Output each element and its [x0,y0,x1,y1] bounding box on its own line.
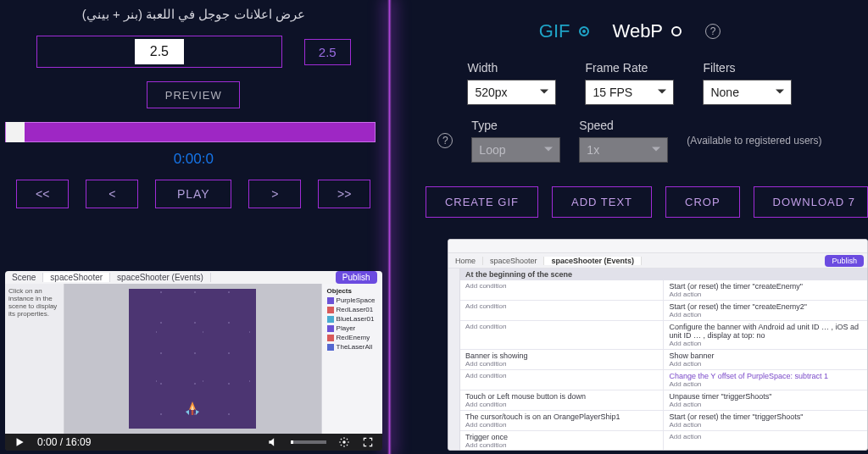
event-row[interactable]: Touch or Left mouse button is downAdd co… [460,390,867,411]
video-player[interactable]: Scene spaceShooter spaceShooter (Events)… [5,271,382,451]
width-label: Width [467,61,556,75]
event-row[interactable]: Trigger onceAdd conditionAdd action [460,431,867,450]
properties-panel: Click on an instance in the scene to dis… [5,284,64,434]
create-gif-button[interactable]: CREATE GIF [426,186,538,218]
es-tab-events[interactable]: spaceShooter (Events) [544,257,642,265]
svg-point-1 [342,440,346,444]
left-ad-header: عرض اعلانات جوجل في اللعبة (بنر + بيني) [0,0,387,27]
time-end-value[interactable]: 2.5 [304,39,351,65]
filters-label: Filters [703,61,792,75]
time-current-value: 2.5 [135,39,184,64]
radio-gif[interactable] [579,26,589,36]
format-webp[interactable]: WebP [613,20,682,42]
time-range-box[interactable]: 2.5 [36,36,282,68]
tab-scene[interactable]: Scene [5,273,43,282]
event-row[interactable]: Add conditionStart (or reset) the timer … [460,301,867,321]
publish-pill[interactable]: Publish [336,271,377,284]
es-publish-pill[interactable]: Publish [825,255,864,267]
speed-label: Speed [579,119,668,132]
event-row[interactable]: Banner is showingAdd conditionShow banne… [460,350,867,370]
fullscreen-icon[interactable] [362,436,374,448]
add-text-button[interactable]: ADD TEXT [552,186,652,218]
type-help-icon[interactable]: ? [437,133,453,148]
fast-forward-button[interactable]: >> [318,180,370,208]
play-icon[interactable] [14,436,25,448]
type-label: Type [471,119,560,132]
es-tab-scene[interactable]: spaceShooter [483,257,545,265]
filters-select[interactable]: None [703,80,792,105]
download-button[interactable]: DOWNLOAD 7 [754,186,868,218]
svg-rect-0 [192,410,193,415]
volume-track[interactable] [291,440,326,444]
volume-icon[interactable] [267,436,279,448]
radio-webp[interactable] [671,26,682,36]
editor-tabbar: Scene spaceShooter spaceShooter (Events)… [5,271,382,284]
preview-button[interactable]: PREVIEW [147,81,240,108]
type-select: Loop [471,137,560,163]
step-forward-button[interactable]: > [248,180,301,208]
registered-note: (Available to registered users) [687,135,821,147]
crop-button[interactable]: CROP [665,186,740,218]
events-editor-thumbnail: Home spaceShooter spaceShooter (Events) … [448,239,868,451]
step-back-button[interactable]: < [86,180,138,208]
tab-spaceshooter[interactable]: spaceShooter [43,273,110,282]
event-row[interactable]: Add conditionStart (or reset) the timer … [460,280,867,301]
event-row[interactable]: The cursor/touch is on an OrangePlayerSh… [460,411,867,431]
fps-label: Frame Rate [585,61,674,75]
rewind-button[interactable]: << [16,180,69,208]
play-button[interactable]: PLAY [155,180,231,208]
speed-select: 1x [579,137,668,163]
event-row[interactable]: Add conditionChange the Y offset of Purp… [460,370,867,390]
fps-select[interactable]: 15 FPS [585,80,674,105]
tab-events[interactable]: spaceShooter (Events) [110,273,211,282]
scene-canvas [129,289,256,429]
seek-thumb[interactable] [6,122,25,142]
settings-icon[interactable] [338,436,350,448]
width-select[interactable]: 520px [467,80,556,105]
timecode-display: 0:00:0 [0,142,387,171]
video-timecode: 0:00 / 16:09 [37,436,91,448]
format-help-icon[interactable]: ? [705,24,721,39]
events-begin-header: At the beginning of the scene [460,269,867,280]
player-ship-icon [182,400,203,420]
event-row[interactable]: Add conditionConfigure the banner with A… [460,321,867,350]
seek-track[interactable] [5,122,376,142]
video-controls-bar: 0:00 / 16:09 [5,434,382,451]
es-nav-strip [448,269,460,450]
format-gif[interactable]: GIF [539,20,589,42]
es-tab-home[interactable]: Home [448,257,483,265]
objects-panel: Objects PurpleSpace RedLaser01 BlueLaser… [321,284,382,434]
